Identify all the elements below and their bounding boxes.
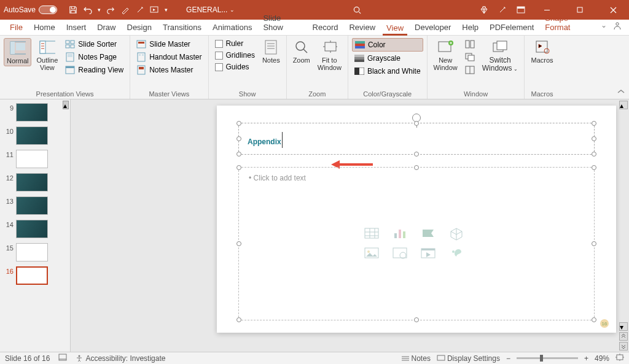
- thumb-10[interactable]: [16, 126, 48, 145]
- insert-icon-icon[interactable]: [448, 247, 466, 260]
- share-icon[interactable]: [612, 21, 623, 33]
- undo-dropdown-icon[interactable]: ▾: [98, 7, 101, 13]
- move-split-button[interactable]: [463, 64, 477, 76]
- thumb-11[interactable]: [16, 150, 48, 168]
- save-icon[interactable]: [68, 5, 78, 15]
- insert-3d-icon[interactable]: [448, 227, 466, 241]
- ruler-check[interactable]: Ruler: [213, 38, 257, 49]
- slide-master-button[interactable]: Slide Master: [134, 38, 204, 50]
- grayscale-button[interactable]: Grayscale: [352, 52, 423, 64]
- autosave-toggle[interactable]: AutoSave: [4, 6, 57, 14]
- resize-handle[interactable]: [414, 317, 419, 322]
- resize-handle[interactable]: [236, 317, 241, 322]
- qat-tool2-icon[interactable]: [135, 5, 145, 15]
- resize-handle[interactable]: [592, 317, 596, 322]
- toggle-icon[interactable]: [39, 6, 57, 14]
- notes-toggle[interactable]: Notes: [401, 354, 431, 363]
- thumb-9[interactable]: [16, 103, 48, 122]
- tab-shape-format[interactable]: Shape Format: [541, 11, 597, 35]
- notes-page-button[interactable]: Notes Page: [63, 51, 126, 63]
- resize-handle[interactable]: [592, 152, 596, 157]
- search-icon[interactable]: [352, 5, 362, 15]
- tab-record[interactable]: Record: [309, 20, 342, 35]
- slide-editor[interactable]: Appendix Click to add text: [71, 99, 629, 352]
- prev-slide-icon[interactable]: [619, 332, 628, 341]
- tab-help[interactable]: Help: [458, 20, 482, 35]
- normal-view-button[interactable]: Normal: [4, 38, 31, 66]
- resize-handle[interactable]: [414, 165, 419, 170]
- fit-slide-icon[interactable]: [615, 354, 624, 363]
- switch-windows-button[interactable]: Switch Windows ⌄: [480, 38, 521, 74]
- from-beginning-icon[interactable]: [150, 5, 160, 15]
- resize-handle[interactable]: [592, 165, 596, 170]
- cascade-button[interactable]: [463, 51, 477, 63]
- color-button[interactable]: Color: [352, 38, 423, 52]
- resize-handle[interactable]: [236, 165, 241, 170]
- tab-insert[interactable]: Insert: [63, 20, 90, 35]
- title-text-box[interactable]: Appendix: [238, 123, 595, 155]
- thumb-14[interactable]: [16, 220, 48, 238]
- collapse-ribbon-icon[interactable]: [617, 88, 625, 96]
- slide-sorter-button[interactable]: Slide Sorter: [63, 38, 126, 50]
- content-placeholder[interactable]: Click to add text: [238, 167, 595, 320]
- scroll-up-icon[interactable]: ▴: [619, 101, 628, 109]
- tab-overflow-icon[interactable]: ⌄: [601, 21, 607, 33]
- insert-smartart-icon[interactable]: [420, 227, 437, 241]
- tab-view[interactable]: View: [383, 21, 407, 36]
- insert-table-icon[interactable]: [364, 227, 381, 241]
- guides-check[interactable]: Guides: [213, 61, 257, 72]
- language-icon[interactable]: [58, 354, 67, 363]
- placeholder-text[interactable]: Click to add text: [239, 168, 594, 188]
- close-button[interactable]: [601, 7, 625, 14]
- fit-window-button[interactable]: Fit to Window: [315, 38, 344, 72]
- resize-handle[interactable]: [592, 241, 596, 246]
- new-window-button[interactable]: New Window: [431, 38, 460, 72]
- redo-icon[interactable]: [106, 5, 115, 15]
- zoom-level[interactable]: 49%: [595, 354, 609, 363]
- resize-handle[interactable]: [592, 121, 596, 126]
- accessibility-button[interactable]: Accessibility: Investigate: [76, 354, 165, 363]
- tab-design[interactable]: Design: [123, 20, 155, 35]
- title-text[interactable]: Appendix: [239, 123, 594, 155]
- thumb-12[interactable]: [16, 173, 48, 192]
- tab-slideshow[interactable]: Slide Show: [259, 11, 305, 35]
- outline-view-button[interactable]: Outline View: [34, 38, 60, 72]
- resize-handle[interactable]: [592, 136, 596, 141]
- tab-home[interactable]: Home: [30, 20, 59, 35]
- display-settings-button[interactable]: Display Settings: [437, 354, 500, 363]
- arrange-all-button[interactable]: [463, 38, 477, 50]
- insert-online-picture-icon[interactable]: [392, 247, 409, 260]
- reading-view-button[interactable]: Reading View: [63, 64, 126, 76]
- resize-handle[interactable]: [414, 121, 419, 126]
- thumb-16[interactable]: [16, 266, 48, 285]
- document-title[interactable]: GENERAL... ⌄: [186, 6, 235, 14]
- insert-picture-icon[interactable]: [364, 247, 381, 260]
- zoom-slider[interactable]: [517, 357, 578, 359]
- zoom-out-button[interactable]: −: [506, 354, 510, 363]
- handout-master-button[interactable]: Handout Master: [134, 51, 204, 63]
- thumb-15[interactable]: [16, 243, 48, 261]
- qat-tool-icon[interactable]: [120, 5, 130, 15]
- insert-video-icon[interactable]: [420, 247, 437, 260]
- thumb-13[interactable]: [16, 196, 48, 215]
- gridlines-check[interactable]: Gridlines: [213, 50, 257, 61]
- ribbon-mode-icon[interactable]: [516, 5, 526, 15]
- qat-more-icon[interactable]: ▾: [165, 7, 168, 13]
- tab-draw[interactable]: Draw: [93, 20, 119, 35]
- wand-icon[interactable]: [498, 5, 507, 15]
- tab-pdfelement[interactable]: PDFelement: [486, 20, 537, 35]
- tab-animations[interactable]: Animations: [209, 20, 256, 35]
- zoom-in-button[interactable]: +: [584, 354, 588, 363]
- insert-chart-icon[interactable]: [392, 227, 409, 241]
- slide-counter[interactable]: Slide 16 of 16: [5, 354, 50, 363]
- undo-icon[interactable]: [83, 5, 93, 15]
- tab-transitions[interactable]: Transitions: [159, 20, 205, 35]
- resize-handle[interactable]: [414, 152, 419, 157]
- slide-canvas[interactable]: Appendix Click to add text: [217, 106, 616, 333]
- resize-handle[interactable]: [236, 121, 241, 126]
- zoom-button[interactable]: Zoom: [291, 38, 313, 65]
- notes-button[interactable]: Notes: [260, 38, 283, 65]
- thumb-scroll-up-icon[interactable]: ▴: [63, 101, 69, 109]
- scroll-down-icon[interactable]: ▾: [619, 322, 628, 331]
- tab-file[interactable]: File: [6, 20, 26, 35]
